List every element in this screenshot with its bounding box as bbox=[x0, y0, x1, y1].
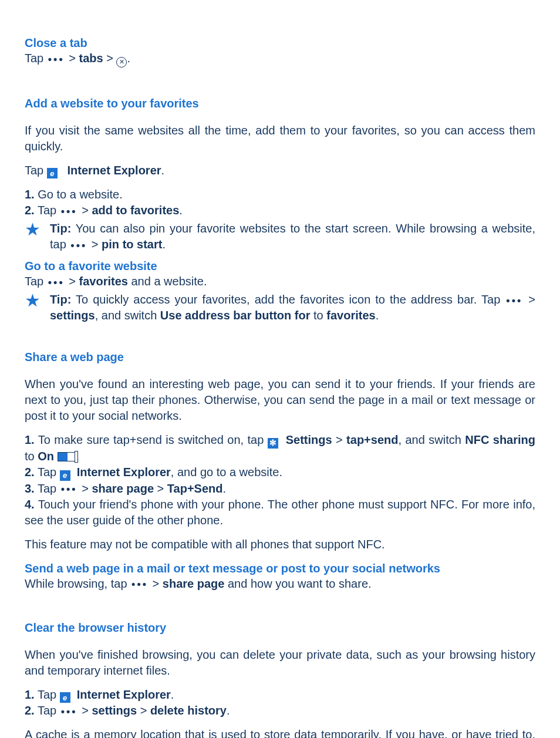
text: , and switch bbox=[95, 309, 160, 322]
close-x-icon: ✕ bbox=[116, 57, 127, 68]
text: to bbox=[310, 309, 326, 322]
heading-add-favorites: Add a website to your favorites bbox=[25, 96, 535, 111]
num: 1. bbox=[25, 433, 35, 446]
text: Tap bbox=[25, 52, 47, 65]
ie-label: Internet Explorer bbox=[68, 164, 161, 177]
period: . bbox=[376, 309, 379, 322]
share-step2: 2. Tap e Internet Explorer, and go to a … bbox=[25, 464, 535, 481]
tip-address-bar: ★ Tip: To quickly access your favorites,… bbox=[25, 292, 535, 323]
ie-label: Internet Explorer bbox=[77, 466, 171, 478]
add-fav-step2: 2. Tap ••• > add to favorites. bbox=[25, 203, 535, 218]
sep: > bbox=[154, 482, 167, 495]
text: to bbox=[25, 450, 38, 463]
text: Tap bbox=[25, 164, 47, 177]
sep: > bbox=[137, 704, 150, 717]
close-tab-instruction: Tap ••• > tabs > ✕. bbox=[25, 50, 535, 68]
tip-pin-to-start: ★ Tip: You can also pin your favorite we… bbox=[25, 221, 535, 252]
tip-label: Tip: bbox=[50, 293, 71, 306]
period: . bbox=[179, 204, 183, 217]
toggle-on-icon bbox=[58, 452, 76, 461]
share-step3: 3. Tap ••• > share page > Tap+Send. bbox=[25, 481, 535, 497]
use-address-bar-label: Use address bar button for bbox=[160, 309, 311, 322]
period: . bbox=[127, 52, 130, 65]
text: Tap bbox=[25, 275, 47, 288]
tip-label: Tip: bbox=[50, 222, 71, 235]
on-label: On bbox=[38, 450, 54, 463]
num: 1. bbox=[25, 688, 35, 701]
add-fav-intro: If you visit the same websites all the t… bbox=[25, 123, 535, 154]
sep: > bbox=[69, 275, 79, 288]
sep: > bbox=[92, 238, 102, 251]
num: 2. bbox=[25, 466, 35, 478]
heading-clear-history: Clear the browser history bbox=[25, 620, 535, 635]
period: . bbox=[162, 238, 166, 251]
star-icon: ★ bbox=[25, 221, 41, 252]
share-step4: 4. Touch your friend's phone with your p… bbox=[25, 497, 535, 528]
text: and how you want to share. bbox=[224, 577, 371, 590]
tap-send-label: Tap+Send bbox=[167, 482, 223, 495]
document-page: Close a tab Tap ••• > tabs > ✕. Add a we… bbox=[0, 0, 560, 738]
text: Tap bbox=[35, 704, 60, 717]
settings-label: Settings bbox=[286, 433, 332, 446]
add-fav-tap-ie: Tap e Internet Explorer. bbox=[25, 163, 535, 179]
settings-label: settings bbox=[50, 309, 95, 322]
text: Tap bbox=[35, 482, 60, 495]
tip-text: Tip: To quickly access your favorites, a… bbox=[50, 292, 535, 323]
num: 4. bbox=[25, 498, 35, 511]
share-note: This feature may not be compatible with … bbox=[25, 537, 535, 552]
text: , and go to a website. bbox=[171, 466, 282, 478]
settings-gear-icon: ✻ bbox=[268, 438, 278, 449]
tip-text: Tip: You can also pin your favorite webs… bbox=[50, 221, 535, 252]
heading-share-page: Share a web page bbox=[25, 349, 535, 365]
num: 2. bbox=[25, 204, 35, 217]
period: . bbox=[222, 482, 226, 495]
clear-intro: When you've finished browsing, you can d… bbox=[25, 647, 535, 679]
ie-icon: e bbox=[60, 470, 70, 481]
sep: > bbox=[69, 52, 79, 65]
sep: > bbox=[153, 577, 163, 590]
star-icon: ★ bbox=[25, 292, 41, 323]
sep: > bbox=[528, 293, 535, 306]
heading-close-tab: Close a tab bbox=[25, 35, 535, 50]
text: and a website. bbox=[128, 275, 207, 288]
ie-label: Internet Explorer bbox=[77, 688, 171, 701]
clear-step2: 2. Tap ••• > settings > delete history. bbox=[25, 703, 535, 719]
text: Tap bbox=[35, 688, 60, 701]
period: . bbox=[171, 688, 174, 701]
heading-send-page: Send a web page in a mail or text messag… bbox=[25, 561, 535, 576]
text: To quickly access your favorites, add th… bbox=[71, 293, 505, 306]
favorites-label: favorites bbox=[79, 275, 128, 288]
text: Go to a website. bbox=[35, 188, 123, 201]
period: . bbox=[161, 164, 165, 177]
clear-cache-note: A cache is a memory location that is use… bbox=[25, 727, 535, 738]
sep: > bbox=[332, 433, 347, 446]
share-intro: When you've found an interesting web pag… bbox=[25, 376, 535, 424]
sep: > bbox=[82, 482, 92, 495]
nfc-sharing-label: NFC sharing bbox=[465, 433, 535, 446]
share-step1: 1. To make sure tap+send is switched on,… bbox=[25, 432, 535, 464]
share-page-label: share page bbox=[92, 482, 154, 495]
text: While browsing, tap bbox=[25, 577, 130, 590]
sep: > bbox=[82, 204, 92, 217]
num: 1. bbox=[25, 188, 35, 201]
add-to-favorites-label: add to favorites bbox=[92, 204, 179, 217]
goto-fav-line: Tap ••• > favorites and a website. bbox=[25, 274, 535, 289]
send-page-line: While browsing, tap ••• > share page and… bbox=[25, 576, 535, 592]
num: 3. bbox=[25, 482, 35, 495]
text: To make sure tap+send is switched on, ta… bbox=[35, 433, 268, 446]
favorites-label: favorites bbox=[326, 309, 375, 322]
text: , and switch bbox=[398, 433, 465, 446]
ie-icon: e bbox=[60, 692, 70, 703]
tabs-label: tabs bbox=[79, 52, 103, 65]
ie-icon: e bbox=[47, 168, 58, 178]
period: . bbox=[227, 704, 230, 717]
text: Tap bbox=[35, 466, 60, 478]
clear-step1: 1. Tap e Internet Explorer. bbox=[25, 687, 535, 703]
sep: > bbox=[106, 52, 116, 65]
text: Touch your friend's phone with your phon… bbox=[25, 498, 535, 527]
heading-goto-favorite: Go to a favorite website bbox=[25, 258, 535, 274]
num: 2. bbox=[25, 704, 35, 717]
delete-history-label: delete history bbox=[150, 704, 227, 717]
sep: > bbox=[82, 704, 92, 717]
share-page-label: share page bbox=[163, 577, 225, 590]
